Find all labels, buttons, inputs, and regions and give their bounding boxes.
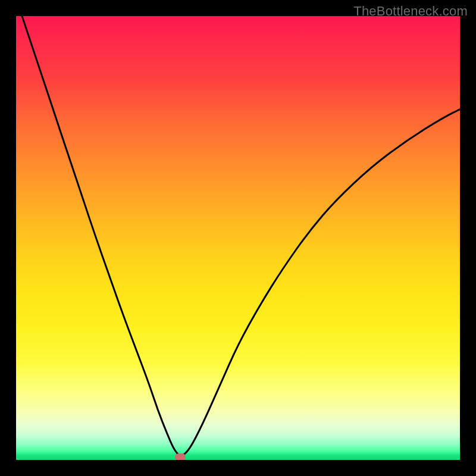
watermark-text: TheBottleneck.com bbox=[353, 4, 468, 19]
bottleneck-curve bbox=[16, 16, 460, 460]
plot-area bbox=[16, 16, 460, 460]
optimal-point-marker bbox=[175, 453, 186, 460]
